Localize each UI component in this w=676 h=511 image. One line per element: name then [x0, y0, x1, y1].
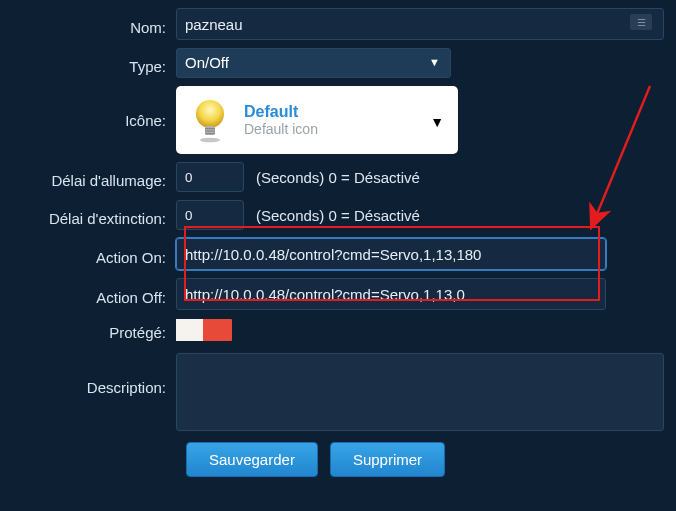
svg-point-5 — [200, 138, 220, 143]
label-delai-extinction: Délai d'extinction: — [6, 204, 176, 227]
delai-extinction-hint: (Seconds) 0 = Désactivé — [256, 207, 420, 224]
row-protege: Protégé: — [6, 318, 664, 341]
label-action-on: Action On: — [6, 243, 176, 266]
row-action-off: Action Off: — [6, 278, 664, 310]
svg-rect-2 — [205, 128, 215, 129]
icon-picker[interactable]: Default Default icon ▼ — [176, 86, 458, 154]
icon-subtitle: Default icon — [244, 121, 318, 137]
delete-button[interactable]: Supprimer — [330, 442, 445, 477]
label-icone: Icône: — [6, 112, 176, 129]
row-delai-allumage: Délai d'allumage: (Seconds) 0 = Désactiv… — [6, 162, 664, 192]
action-on-input[interactable] — [176, 238, 606, 270]
row-nom: Nom: ☰ — [6, 8, 664, 40]
action-off-input[interactable] — [176, 278, 606, 310]
label-type: Type: — [6, 52, 176, 75]
icon-texts: Default Default icon — [244, 103, 318, 137]
protege-toggle[interactable] — [176, 319, 232, 341]
save-button[interactable]: Sauvegarder — [186, 442, 318, 477]
nom-input[interactable] — [176, 8, 664, 40]
chevron-down-icon: ▼ — [430, 114, 444, 130]
lightbulb-icon — [188, 96, 232, 144]
description-textarea[interactable] — [176, 353, 664, 431]
button-row: Sauvegarder Supprimer — [186, 442, 664, 477]
svg-point-0 — [196, 100, 224, 128]
contact-icon[interactable]: ☰ — [630, 14, 652, 30]
row-icone: Icône: — [6, 86, 664, 154]
label-delai-allumage: Délai d'allumage: — [6, 166, 176, 189]
type-select[interactable]: On/Off — [176, 48, 451, 78]
label-protege: Protégé: — [6, 318, 176, 341]
row-description: Description: — [6, 353, 664, 434]
row-action-on: Action On: — [6, 238, 664, 270]
delai-allumage-input[interactable] — [176, 162, 244, 192]
icon-title: Default — [244, 103, 318, 121]
label-nom: Nom: — [6, 13, 176, 36]
config-form: Nom: ☰ Type: On/Off Icône: — [0, 0, 676, 485]
row-type: Type: On/Off — [6, 48, 664, 78]
svg-rect-4 — [205, 133, 215, 134]
type-value: On/Off — [185, 54, 229, 71]
row-delai-extinction: Délai d'extinction: (Seconds) 0 = Désact… — [6, 200, 664, 230]
label-description: Description: — [6, 353, 176, 396]
delai-allumage-hint: (Seconds) 0 = Désactivé — [256, 169, 420, 186]
svg-rect-3 — [205, 131, 215, 132]
label-action-off: Action Off: — [6, 283, 176, 306]
delai-extinction-input[interactable] — [176, 200, 244, 230]
